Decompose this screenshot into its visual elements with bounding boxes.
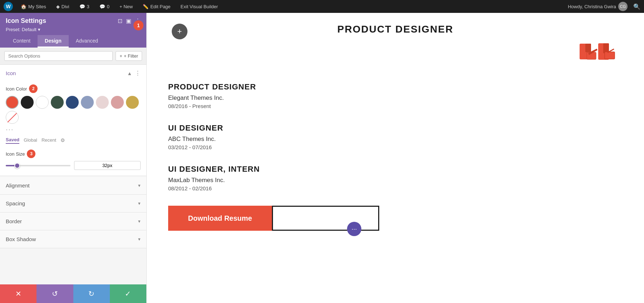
page-wrapper: + PRODUCT DESIGNER <box>147 13 644 245</box>
add-section-button[interactable]: + <box>172 24 187 39</box>
confirm-button[interactable]: ✓ <box>110 284 146 303</box>
panel-tabs: Content Design Advanced <box>6 35 141 48</box>
edit-page-button[interactable]: ✏️ Edit Page <box>141 3 172 10</box>
step2-badge: 2 <box>29 84 38 93</box>
download-section: Download Resume ··· <box>168 206 555 231</box>
color-swatch-dark-blue[interactable] <box>66 96 79 109</box>
cancel-icon: ✕ <box>15 289 21 298</box>
undo-button[interactable]: ↺ <box>36 284 73 303</box>
job-dates-1: 03/2012 - 07/2016 <box>168 144 555 150</box>
color-swatch-pink[interactable] <box>111 96 124 109</box>
preset-row: Preset: Default ▾ 1 <box>6 27 141 32</box>
border-section-title: Border <box>6 218 22 224</box>
border-section-header[interactable]: Border ▾ <box>0 212 146 230</box>
color-swatch-orange[interactable] <box>6 96 19 109</box>
layout-icon[interactable]: ▣ <box>126 18 131 24</box>
add-btn-wrapper: + <box>168 24 187 47</box>
icon-paint-wrapper <box>147 42 644 61</box>
job-title-2: UI DESIGNER, INTERN <box>168 165 555 174</box>
content-area: PRODUCT DESIGNER Elegant Themes Inc. 08/… <box>147 68 576 245</box>
border-section: Border ▾ <box>0 212 146 230</box>
floating-dots-button[interactable]: ··· <box>347 222 361 236</box>
slider-thumb[interactable] <box>14 163 20 168</box>
icon-section-header[interactable]: Icon ▲ ⋮ <box>0 65 146 82</box>
job-dates-2: 08/2012 - 02/2016 <box>168 185 555 191</box>
page-title: PRODUCT DESIGNER <box>337 24 453 35</box>
new-label: + New <box>119 4 133 9</box>
spacing-section-header[interactable]: Spacing ▾ <box>0 195 146 212</box>
my-sites-menu[interactable]: 🏠 My Sites <box>19 3 48 10</box>
step3-badge: 3 <box>27 150 35 158</box>
new-content-button[interactable]: + New <box>117 3 135 10</box>
tab-design[interactable]: Design <box>38 35 69 48</box>
panel-header-top: Icon Settings ⊡ ▣ ⋮ <box>6 17 141 25</box>
color-settings-gear-icon[interactable]: ⚙ <box>60 137 65 143</box>
panel-body: Icon ▲ ⋮ Icon Color 2 <box>0 65 146 284</box>
box-shadow-section: Box Shadow ▾ <box>0 230 146 248</box>
icon-section-content: Icon Color 2 ·· <box>0 82 146 176</box>
filter-button[interactable]: + + Filter <box>116 51 142 61</box>
job-company-1: ABC Themes Inc. <box>168 136 555 143</box>
box-shadow-section-title: Box Shadow <box>6 236 36 242</box>
color-tab-global[interactable]: Global <box>24 137 37 143</box>
color-swatch-gold[interactable] <box>126 96 139 109</box>
comments-menu[interactable]: 💬 3 <box>77 3 92 10</box>
color-swatch-light-blue[interactable] <box>81 96 94 109</box>
exit-builder-button[interactable]: Exit Visual Builder <box>179 3 220 10</box>
color-swatch-white[interactable] <box>36 96 49 109</box>
color-swatch-black[interactable] <box>21 96 34 109</box>
download-resume-button[interactable]: Download Resume <box>168 206 272 231</box>
icon-color-label: Icon Color 2 <box>6 84 141 93</box>
job-item-1: UI DESIGNER ABC Themes Inc. 03/2012 - 07… <box>168 123 555 150</box>
color-tab-saved[interactable]: Saved <box>6 136 19 144</box>
home-icon: 🏠 <box>21 4 26 9</box>
right-content: + PRODUCT DESIGNER <box>147 13 644 303</box>
color-swatch-none[interactable] <box>6 111 19 124</box>
job-title-1: UI DESIGNER <box>168 123 555 133</box>
icon-section-more-icon[interactable]: ⋮ <box>135 70 141 77</box>
job-title-0: PRODUCT DESIGNER <box>168 82 555 92</box>
preset-label[interactable]: Preset: Default ▾ <box>6 27 40 32</box>
bottom-bar: ✕ ↺ ↻ ✓ <box>0 284 146 303</box>
cancel-button[interactable]: ✕ <box>0 284 36 303</box>
color-tab-recent[interactable]: Recent <box>42 137 56 143</box>
edit-icon: ✏️ <box>143 4 148 9</box>
alignment-section-header[interactable]: Alignment ▾ <box>0 177 146 194</box>
wordpress-logo-icon[interactable]: W <box>4 2 13 11</box>
redo-button[interactable]: ↻ <box>73 284 110 303</box>
alignment-chevron-down-icon: ▾ <box>138 183 141 188</box>
search-input[interactable] <box>4 51 113 61</box>
user-info: Howdy, Christina Gwira CG <box>568 2 628 11</box>
color-swatch-dark-green[interactable] <box>51 96 64 109</box>
left-panel: Icon Settings ⊡ ▣ ⋮ Preset: Default ▾ 1 … <box>0 13 147 303</box>
tab-advanced[interactable]: Advanced <box>69 35 105 48</box>
button-outline-box <box>272 206 379 231</box>
alignment-section: Alignment ▾ <box>0 177 146 195</box>
confirm-icon: ✓ <box>125 289 131 298</box>
step1-badge: 1 <box>133 20 143 30</box>
section-header-right: ▲ ⋮ <box>127 70 141 77</box>
job-item-2: UI DESIGNER, INTERN MaxLab Themes Inc. 0… <box>168 165 555 191</box>
color-tabs: Saved Global Recent ⚙ <box>6 136 141 144</box>
spacing-section-title: Spacing <box>6 200 25 206</box>
svg-rect-6 <box>605 52 615 59</box>
icon-section-title: Icon <box>6 70 16 76</box>
size-value-input[interactable] <box>74 161 141 170</box>
avatar: CG <box>618 2 628 11</box>
tab-content[interactable]: Content <box>6 35 38 48</box>
comments-zero[interactable]: 💬 0 <box>97 3 112 10</box>
color-swatch-light-pink[interactable] <box>96 96 109 109</box>
size-slider-track[interactable] <box>6 165 70 166</box>
howdy-text: Howdy, Christina Gwira <box>568 4 616 9</box>
icon-size-label: Icon Size 3 <box>6 150 141 158</box>
undo-icon: ↺ <box>52 289 58 298</box>
resize-icon[interactable]: ⊡ <box>118 18 122 24</box>
divi-menu[interactable]: ◆ Divi <box>54 3 72 10</box>
admin-search-icon[interactable]: 🔍 <box>633 3 640 10</box>
box-shadow-section-header[interactable]: Box Shadow ▾ <box>0 230 146 248</box>
job-company-2: MaxLab Themes Inc. <box>168 177 555 184</box>
filter-icon: + <box>119 53 122 59</box>
more-colors-dots[interactable]: ··· <box>6 125 141 133</box>
spacing-chevron-down-icon: ▾ <box>138 201 141 206</box>
panel-header: Icon Settings ⊡ ▣ ⋮ Preset: Default ▾ 1 … <box>0 13 146 48</box>
